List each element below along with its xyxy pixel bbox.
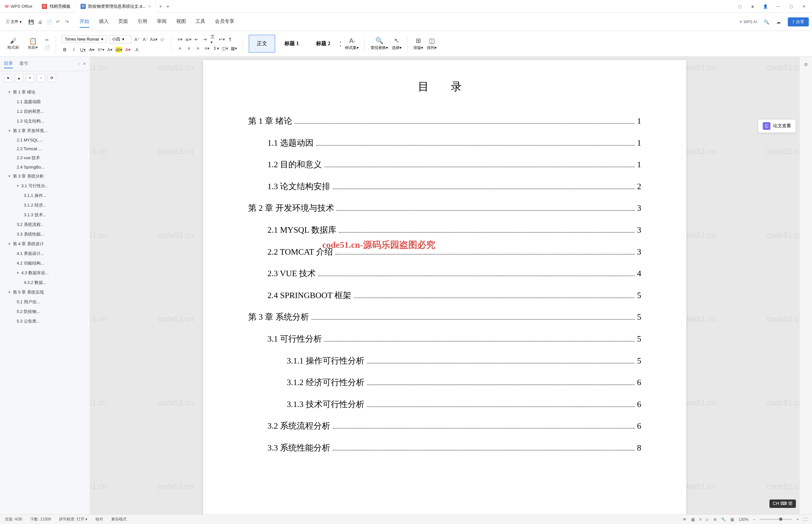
menu-tab-reference[interactable]: 引用 [137, 16, 147, 28]
toc-entry[interactable]: 3.3 系统性能分析8 [248, 437, 641, 459]
share-button[interactable]: ⤴ 分享 [788, 17, 809, 27]
cube-icon[interactable]: ◈ [749, 3, 756, 10]
align-center-icon[interactable]: ≡ [186, 46, 192, 51]
tree-item[interactable]: ▾第 5 章 系统实现 [1, 288, 88, 297]
redo-icon[interactable]: ↷ [64, 19, 70, 25]
tree-item[interactable]: 4.1 界面设计... [1, 249, 88, 259]
menu-tab-member[interactable]: 会员专享 [215, 16, 234, 28]
undo-icon[interactable]: ↶ [55, 19, 61, 25]
grid-icon[interactable]: ▦ [730, 517, 734, 522]
document-viewport[interactable]: code51.cncode51.cncode51.cncode51.cncode… [90, 57, 799, 514]
zoom-out-icon[interactable]: − [753, 517, 755, 522]
status-words[interactable]: 字数: 11509 [30, 517, 51, 522]
status-spell[interactable]: 拼写检查: 打开 ▾ [59, 517, 87, 522]
char-border-icon[interactable]: A [134, 47, 140, 52]
tree-item[interactable]: 3.1.1 操作... [1, 191, 88, 200]
style-down-icon[interactable]: ▾ [339, 44, 341, 48]
toc-entry[interactable]: 1.3 论文结构安排2 [248, 176, 641, 198]
maximize-icon[interactable]: ▢ [788, 3, 794, 10]
print-icon[interactable]: 🖨 [37, 19, 43, 25]
superscript-icon[interactable]: X²▾ [98, 47, 104, 52]
clear-format-icon[interactable]: ◇ [159, 36, 165, 42]
tab-dropdown[interactable]: ▾ [165, 4, 170, 9]
avatar-icon[interactable]: 👤 [762, 3, 768, 10]
outline-expand-icon[interactable]: ▴ [15, 74, 23, 82]
toc-entry[interactable]: 第 1 章 绪论1 [248, 110, 641, 132]
text-direction-icon[interactable]: 文▾ [211, 36, 216, 42]
tab-template[interactable]: D 找稻壳模板 [37, 0, 76, 13]
toc-entry[interactable]: 2.1 MYSQL 数据库3 [248, 219, 641, 241]
toc-entry[interactable]: 第 2 章 开发环境与技术3 [248, 197, 641, 219]
sort-button[interactable]: ⊞ 排版▾ [413, 37, 423, 51]
arrange-button[interactable]: ◫ 排列▾ [427, 37, 436, 51]
style-h1[interactable]: 标题 1 [277, 35, 307, 52]
change-case-icon[interactable]: Aa▾ [151, 36, 156, 42]
highlight-icon[interactable]: ab▾ [116, 47, 122, 52]
paste-button[interactable]: 📋 粘贴▾ [26, 36, 40, 52]
outline-remove-icon[interactable]: − [37, 74, 45, 82]
menu-tab-tools[interactable]: 工具 [196, 16, 205, 28]
underline-icon[interactable]: U▾ [80, 47, 86, 52]
tree-item[interactable]: 2.3 vue 技术 [1, 153, 88, 163]
status-page[interactable]: 页面: 4/30 [5, 517, 22, 522]
tree-item[interactable]: ▾4.3 数据库设... [1, 268, 88, 278]
toc-entry[interactable]: 2.4 SPRINGBOOT 框架5 [248, 284, 641, 307]
tree-item[interactable]: 3.1.2 经济... [1, 200, 88, 210]
fullscreen-icon[interactable]: ⛶ [803, 517, 807, 522]
border-icon[interactable]: ▦▾ [231, 46, 237, 51]
tree-item[interactable]: ▾3.1 可行性分... [1, 181, 88, 191]
paper-check-button[interactable]: C 论文查重 [758, 119, 796, 133]
increase-indent-icon[interactable]: ⇥ [202, 36, 208, 42]
save-icon[interactable]: 💾 [28, 19, 34, 25]
style-up-icon[interactable]: ▴ [339, 40, 341, 44]
preview-icon[interactable]: 📄 [46, 19, 52, 25]
tree-item[interactable]: 1.1 选题动因 [1, 97, 88, 107]
number-list-icon[interactable]: ≣▾ [185, 36, 191, 42]
tree-item[interactable]: 1.3 论文结构... [1, 116, 88, 126]
style-body[interactable]: 正文 [249, 35, 275, 52]
file-menu[interactable]: 三 文件▾ [3, 18, 24, 26]
tree-item[interactable]: 4.3.2 数据... [1, 278, 88, 288]
status-proof[interactable]: 校对 [95, 517, 103, 522]
increase-font-icon[interactable]: A⁺ [134, 36, 140, 42]
page-view-icon[interactable]: ▦ [691, 517, 695, 522]
tree-item[interactable]: 2.4 SpringBo... [1, 163, 88, 171]
read-view-icon[interactable]: ▷ [706, 517, 709, 522]
style-h2[interactable]: 标题 2 [308, 35, 338, 52]
style-set-button[interactable]: Aᵢ 样式集▾ [345, 37, 359, 51]
toc-entry[interactable]: 第 3 章 系统分析5 [248, 306, 641, 328]
toc-entry[interactable]: 2.3 VUE 技术4 [248, 263, 641, 284]
tab-document[interactable]: W 防疫物资管理信息系统论文.d... × [76, 0, 156, 13]
select-button[interactable]: ↖ 选择▾ [392, 37, 401, 51]
cut-icon[interactable]: ✂ [44, 37, 50, 43]
copy-icon[interactable]: 📄 [44, 45, 50, 51]
outline-tab-chapter[interactable]: 章节 [19, 60, 28, 68]
decrease-indent-icon[interactable]: ⇤ [194, 36, 199, 42]
tree-item[interactable]: 2.2 Tomcat ... [1, 144, 88, 153]
outline-close-icon[interactable]: ✕ [83, 62, 86, 66]
outline-next-icon[interactable]: › [78, 62, 80, 66]
tree-item[interactable]: ▾第 4 章 系统设计 [1, 239, 88, 249]
toc-entry[interactable]: 3.2 系统流程分析6 [248, 415, 641, 437]
menu-tab-review[interactable]: 审阅 [157, 16, 167, 28]
decrease-font-icon[interactable]: A⁻ [143, 36, 148, 42]
font-family-select[interactable]: Times New Romar▾ [62, 35, 106, 43]
font-color-icon[interactable]: A▾ [125, 47, 131, 52]
tree-item[interactable]: ▾第 1 章 绪论 [1, 87, 88, 97]
outline-refresh-icon[interactable]: ⟳ [48, 74, 56, 82]
web-view-icon[interactable]: ⊕ [713, 517, 717, 522]
find-replace-button[interactable]: 🔍 查找替换▾ [370, 37, 388, 51]
toc-entry[interactable]: 3.1.1 操作可行性分析5 [248, 350, 641, 372]
toc-entry[interactable]: 3.1.3 技术可行性分析6 [248, 393, 641, 415]
align-left-icon[interactable]: ≡ [177, 46, 183, 51]
tree-item[interactable]: 3.3 系统性能... [1, 229, 88, 239]
menu-tab-start[interactable]: 开始 [80, 16, 89, 28]
tree-item[interactable]: 3.2 系统流程... [1, 220, 88, 229]
font-size-select[interactable]: 小四▾ [109, 35, 131, 44]
toc-entry[interactable]: 2.2 TOMCAT 介绍3 [248, 241, 641, 263]
tree-item[interactable]: 5.2 防疫物... [1, 307, 88, 316]
close-icon[interactable]: × [148, 4, 151, 9]
tree-item[interactable]: 2.1 MYSQL ... [1, 136, 88, 144]
wps-ai-button[interactable]: ✦WPS AI [739, 20, 757, 24]
outline-view-icon[interactable]: ≡ [699, 517, 701, 522]
